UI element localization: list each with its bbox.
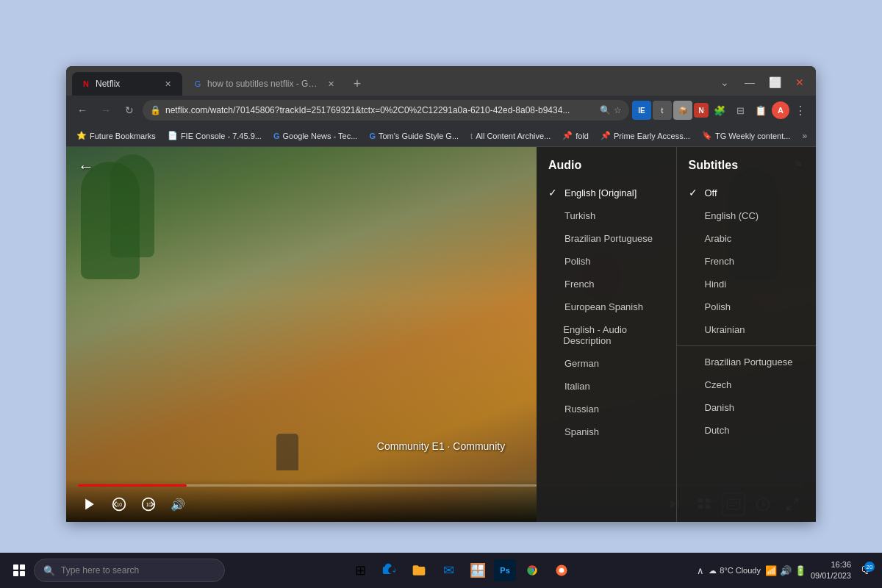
clock[interactable]: 16:36 09/01/2023 xyxy=(811,559,851,582)
subtitle-divider xyxy=(677,345,817,346)
ext-btn-5[interactable]: 🧩 xyxy=(710,101,729,120)
weather-text: 8°C Cloudy xyxy=(720,566,761,575)
bookmark-prime-label: Prime Early Access... xyxy=(614,132,690,140)
ext-btn-6[interactable]: ⊟ xyxy=(731,101,750,120)
bookmark-fold-label: fold xyxy=(576,132,589,140)
subtitle-item-brazilian-portuguese[interactable]: Brazilian Portuguese xyxy=(677,351,817,373)
tab-netflix[interactable]: N Netflix ✕ xyxy=(72,72,182,96)
start-button[interactable] xyxy=(6,557,32,584)
check-icon: ✓ xyxy=(689,187,699,198)
network-icon[interactable]: 📶 xyxy=(765,565,777,576)
audio-item-brazilian-portuguese[interactable]: Brazilian Portuguese xyxy=(537,227,676,250)
audio-item-french[interactable]: French xyxy=(537,273,676,295)
search-url-icon[interactable]: 🔍 xyxy=(600,105,611,115)
minimize-button[interactable]: — xyxy=(739,72,760,93)
play-button[interactable] xyxy=(78,492,101,516)
forward-nav-button[interactable]: → xyxy=(96,100,116,121)
audio-item-german[interactable]: German xyxy=(537,352,676,375)
subtitle-item-arabic[interactable]: Arabic xyxy=(677,227,817,250)
browser-extensions: IE t 📦 N 🧩 ⊟ 📋 A ⋮ xyxy=(632,101,810,120)
back-nav-button[interactable]: ← xyxy=(72,100,93,121)
bookmarks-more-button[interactable]: » xyxy=(797,129,811,143)
url-bar[interactable]: 🔒 netflix.com/watch/70145806?trackId=251… xyxy=(143,100,629,121)
maximize-button[interactable]: ⬜ xyxy=(764,72,785,93)
audio-item-turkish[interactable]: Turkish xyxy=(537,204,676,227)
tab-google[interactable]: G how to subtitles netflix - Google... ✕ xyxy=(184,72,345,96)
rewind-button[interactable]: 10 xyxy=(107,492,131,516)
subtitles-panel-header: Subtitles xyxy=(677,159,817,181)
svg-text:10: 10 xyxy=(117,502,123,507)
reload-button[interactable]: ↻ xyxy=(119,100,140,121)
audio-item-russian[interactable]: Russian xyxy=(537,398,676,420)
taskbar-search[interactable]: 🔍 Type here to search xyxy=(34,559,225,582)
taskbar-store[interactable]: 🪟 xyxy=(465,557,491,584)
bookmark-future-icon: ⭐ xyxy=(76,131,87,140)
tab-netflix-close[interactable]: ✕ xyxy=(162,78,173,90)
subtitle-item-danish[interactable]: Danish xyxy=(677,396,817,419)
audio-panel-header: Audio xyxy=(537,159,676,181)
video-title: Community E1 · Community xyxy=(377,440,505,452)
weather-icon: ☁ xyxy=(709,566,717,576)
audio-item-polish[interactable]: Polish xyxy=(537,250,676,273)
taskbar-mail[interactable]: ✉ xyxy=(435,557,462,584)
subtitle-item-english-cc[interactable]: English (CC) xyxy=(677,204,817,227)
taskbar-photoshop[interactable]: Ps xyxy=(494,559,516,581)
subtitle-item-polish[interactable]: Polish xyxy=(677,295,817,318)
video-back-button[interactable]: ← xyxy=(78,157,94,176)
volume-button[interactable]: 🔊 xyxy=(166,492,190,516)
audio-item-english-ad[interactable]: English - Audio Description xyxy=(537,318,676,352)
ext-btn-2[interactable]: t xyxy=(653,101,672,120)
bookmark-gnews[interactable]: G Google News - Tec... xyxy=(269,129,362,143)
bookmark-url-icon[interactable]: ☆ xyxy=(614,105,622,115)
bookmark-fold-icon: 📌 xyxy=(562,131,573,140)
ext-btn-3[interactable]: 📦 xyxy=(673,101,692,120)
taskbar-task-view[interactable]: ⊞ xyxy=(347,557,373,584)
battery-icon[interactable]: 🔋 xyxy=(795,565,806,576)
bookmark-tg[interactable]: 🔖 TG Weekly content... xyxy=(698,129,795,143)
subtitle-item-hindi[interactable]: Hindi xyxy=(677,273,817,295)
bookmark-fold[interactable]: 📌 fold xyxy=(558,129,593,143)
bookmark-future[interactable]: ⭐ Future Bookmarks xyxy=(72,129,160,143)
taskbar-explorer[interactable] xyxy=(406,557,432,584)
audio-item-european-spanish[interactable]: European Spanish xyxy=(537,295,676,318)
audio-item-spanish[interactable]: Spanish xyxy=(537,420,676,443)
bookmark-fie[interactable]: 📄 FIE Console - 7.45.9... xyxy=(163,129,266,143)
audio-item-english-original[interactable]: ✓ English [Original] xyxy=(537,181,676,204)
browser-window: N Netflix ✕ G how to subtitles netflix -… xyxy=(66,66,816,522)
subtitle-item-french[interactable]: French xyxy=(677,250,817,273)
bookmark-prime[interactable]: 📌 Prime Early Access... xyxy=(596,129,695,143)
taskbar-app7[interactable] xyxy=(548,557,575,584)
close-button[interactable]: ✕ xyxy=(789,72,810,93)
subtitle-item-ukrainian[interactable]: Ukrainian xyxy=(677,318,817,341)
svg-marker-0 xyxy=(85,499,94,510)
notification-button[interactable]: 🗨 20 xyxy=(856,560,876,581)
menu-button[interactable]: ⋮ xyxy=(791,101,810,120)
subtitle-item-off[interactable]: ✓ Off xyxy=(677,181,817,204)
bookmark-allcontent[interactable]: t All Content Archive... xyxy=(466,129,555,143)
url-text: netflix.com/watch/70145806?trackId=25176… xyxy=(165,105,595,115)
progress-fill xyxy=(78,484,187,487)
taskbar-chrome[interactable] xyxy=(519,557,545,584)
tray-arrow-icon[interactable]: ∧ xyxy=(697,565,704,576)
ext-btn-4[interactable]: N xyxy=(694,103,709,118)
ext-btn-1[interactable]: IE xyxy=(632,101,651,120)
taskbar-right: ∧ ☁ 8°C Cloudy 📶 🔊 🔋 16:36 09/01/2023 🗨 … xyxy=(697,559,876,582)
tab-netflix-label: Netflix xyxy=(96,79,157,89)
tab-overflow-button[interactable]: ⌄ xyxy=(714,72,735,93)
subtitle-item-czech[interactable]: Czech xyxy=(677,373,817,396)
profile-button[interactable]: A xyxy=(772,101,789,119)
weather-info[interactable]: ☁ 8°C Cloudy xyxy=(709,566,761,576)
bookmark-toms[interactable]: G Tom's Guide Style G... xyxy=(365,129,463,143)
bookmark-fie-icon: 📄 xyxy=(168,131,178,140)
forward-button[interactable]: 10 xyxy=(137,492,160,516)
speaker-icon[interactable]: 🔊 xyxy=(780,565,792,576)
ext-btn-7[interactable]: 📋 xyxy=(751,101,770,120)
audio-item-italian[interactable]: Italian xyxy=(537,375,676,398)
subtitle-item-dutch[interactable]: Dutch xyxy=(677,419,817,442)
system-tray: ∧ xyxy=(697,565,704,576)
taskbar: 🔍 Type here to search ⊞ ✉ 🪟 Ps ∧ ☁ 8°C C… xyxy=(0,553,882,588)
new-tab-button[interactable]: + xyxy=(347,74,368,94)
sys-icons: 📶 🔊 🔋 xyxy=(765,565,806,576)
tab-google-close[interactable]: ✕ xyxy=(325,78,337,90)
taskbar-edge[interactable] xyxy=(376,557,403,584)
